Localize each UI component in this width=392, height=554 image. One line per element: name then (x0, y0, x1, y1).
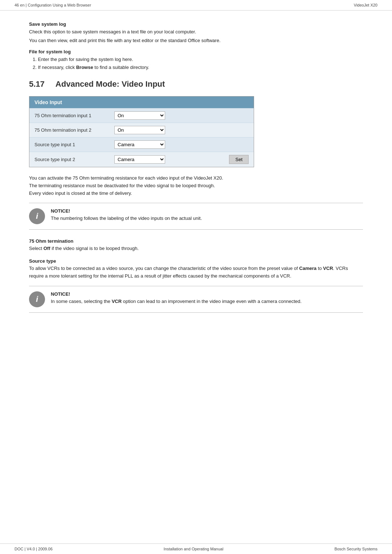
notice-icon-1: i (29, 208, 45, 224)
row2-select[interactable]: On Off (114, 126, 165, 134)
source-type-title: Source type (29, 258, 363, 264)
desc-paragraph-1: You can activate the 75 Ohm terminating … (29, 175, 363, 197)
main-content: Save system log Check this option to sav… (0, 11, 392, 350)
video-input-row-1: 75 Ohm termination input 1 On Off (29, 108, 254, 123)
notice-content-1: NOTICE! The numbering follows the labeli… (51, 208, 363, 222)
row1-select[interactable]: On Off (114, 111, 165, 120)
notice-text-1: The numbering follows the labeling of th… (51, 215, 363, 222)
page-footer: DOC | V4.0 | 2009.06 Installation and Op… (0, 543, 392, 554)
save-system-log-title: Save system log (29, 21, 363, 27)
header-left: 46 en | Configuration Using a Web Browse… (15, 3, 91, 7)
notice-text-2: In some cases, selecting the VCR option … (51, 298, 363, 305)
file-system-log-list: Enter the path for saving the system log… (29, 56, 363, 71)
save-system-log-line2: You can then view, edit and print this f… (29, 37, 363, 44)
row2-label: 75 Ohm termination input 2 (34, 127, 107, 133)
notice-icon-2: i (29, 291, 45, 307)
chapter-title: Advanced Mode: Video Input (56, 79, 165, 89)
file-system-log-title: File for system log (29, 49, 363, 54)
row3-select-wrapper[interactable]: Camera VCR (114, 140, 165, 149)
row3-label: Source type input 1 (34, 142, 107, 147)
ohm-termination-text: Select Off if the video signal is to be … (29, 245, 363, 253)
row1-label: 75 Ohm termination input 1 (34, 113, 107, 118)
header-right: VideoJet X20 (354, 3, 377, 7)
row4-select-wrapper[interactable]: Camera VCR (114, 155, 165, 164)
video-input-panel: Video Input 75 Ohm termination input 1 O… (29, 96, 254, 167)
save-system-log-body: Check this option to save system message… (29, 28, 363, 44)
notice-content-2: NOTICE! In some cases, selecting the VCR… (51, 291, 363, 305)
notice-label-1: NOTICE! (51, 208, 363, 214)
row4-select[interactable]: Camera VCR (114, 155, 165, 164)
chapter-heading: 5.17 Advanced Mode: Video Input (29, 79, 363, 89)
video-input-row-3: Source type input 1 Camera VCR (29, 137, 254, 152)
row2-select-wrapper[interactable]: On Off (114, 126, 165, 134)
file-log-item2: If necessary, click Browse to find a sui… (33, 64, 363, 71)
row3-select[interactable]: Camera VCR (114, 140, 165, 149)
notice-box-2: i NOTICE! In some cases, selecting the V… (29, 286, 363, 313)
save-system-log-line1: Check this option to save system message… (29, 28, 363, 36)
video-input-row-2: 75 Ohm termination input 2 On Off (29, 123, 254, 137)
row1-select-wrapper[interactable]: On Off (114, 111, 165, 120)
page-header: 46 en | Configuration Using a Web Browse… (0, 0, 392, 11)
footer-left: DOC | V4.0 | 2009.06 (15, 547, 53, 551)
notice-box-1: i NOTICE! The numbering follows the labe… (29, 203, 363, 230)
source-type-text: To allow VCRs to be connected as a video… (29, 265, 363, 280)
row4-label: Source type input 2 (34, 157, 107, 162)
footer-center: Installation and Operating Manual (164, 547, 224, 551)
set-button[interactable]: Set (229, 155, 249, 164)
file-log-item1: Enter the path for saving the system log… (33, 56, 363, 63)
video-input-row-4: Source type input 2 Camera VCR Set (29, 152, 254, 167)
video-input-header: Video Input (29, 97, 254, 108)
footer-right: Bosch Security Systems (334, 547, 377, 551)
ohm-termination-title: 75 Ohm termination (29, 238, 363, 244)
chapter-number: 5.17 (29, 79, 45, 89)
notice-label-2: NOTICE! (51, 291, 363, 297)
